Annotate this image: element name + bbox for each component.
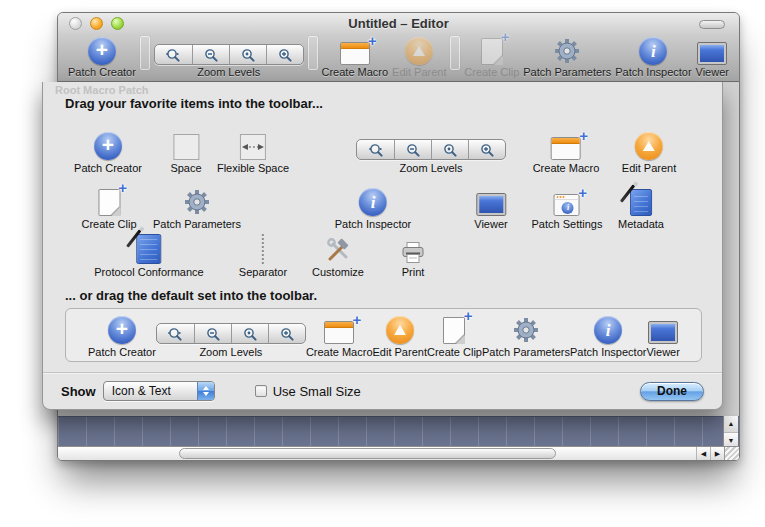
item-patch-inspector[interactable]: iPatch Inspector <box>570 312 646 358</box>
item-label: Metadata <box>618 218 664 230</box>
patch-inspector-icon: i <box>359 188 387 216</box>
page: Untitled – Editor +Patch CreatorZoom Lev… <box>0 0 765 527</box>
toolbar-item-edit-parent[interactable]: Edit Parent <box>392 37 446 78</box>
zoom-out-segment[interactable] <box>194 324 231 343</box>
toolbar-item-create-clip[interactable]: +Create Clip <box>464 38 519 78</box>
item-zoom-levels[interactable]: Zoom Levels <box>156 312 306 358</box>
h-scroll-thumb[interactable] <box>179 448 556 459</box>
create-macro-icon: + <box>340 42 370 65</box>
item-create-clip[interactable]: +Create Clip <box>81 178 136 230</box>
show-popup[interactable]: Icon & Text <box>103 381 215 401</box>
zoom-fit-segment[interactable] <box>155 45 192 64</box>
window-title: Untitled – Editor <box>58 16 739 31</box>
up-arrow-icon <box>203 386 209 390</box>
patch-creator-icon: + <box>88 37 116 65</box>
item-create-macro[interactable]: +Create Macro <box>306 312 373 358</box>
zoom-in-segment[interactable] <box>268 324 305 343</box>
h-scroll-buttons: ◀ ▶ <box>696 447 724 460</box>
toolbar-item-patch-inspector[interactable]: iPatch Inspector <box>615 37 691 78</box>
zoom-actual-segment[interactable] <box>229 45 266 64</box>
space-icon <box>173 134 199 160</box>
item-print[interactable]: Print <box>400 226 426 278</box>
sheet-footer: Show Icon & Text Use Small Size Done <box>43 373 722 409</box>
item-create-clip[interactable]: +Create Clip <box>427 312 482 358</box>
create-macro-icon: + <box>324 321 354 344</box>
zoom-actual-segment[interactable] <box>431 140 468 159</box>
zoom-actual-segment[interactable] <box>231 324 268 343</box>
item-viewer[interactable]: Viewer <box>474 178 507 230</box>
item-label: Viewer <box>696 66 729 78</box>
item-create-macro[interactable]: +Create Macro <box>533 122 600 174</box>
small-size-checkbox[interactable] <box>255 385 267 397</box>
item-label: Customize <box>312 266 364 278</box>
item-label: Edit Parent <box>392 66 446 78</box>
separator-icon <box>262 234 264 264</box>
patch-parameters-icon <box>183 188 211 216</box>
horizontal-scrollbar[interactable]: ◀ ▶ <box>58 446 739 460</box>
toolbar-item-patch-parameters[interactable]: Patch Parameters <box>523 37 611 78</box>
done-button[interactable]: Done <box>640 382 704 401</box>
resize-grip[interactable] <box>724 447 739 460</box>
scroll-left-button[interactable]: ◀ <box>696 447 710 460</box>
zoom-in-segment[interactable] <box>266 45 303 64</box>
item-patch-creator[interactable]: +Patch Creator <box>88 312 156 358</box>
zoom-in-segment[interactable] <box>468 140 505 159</box>
item-separator[interactable]: Separator <box>239 226 287 278</box>
patch-inspector-icon: i <box>639 37 667 65</box>
print-icon <box>400 241 426 264</box>
create-clip-icon: + <box>98 189 120 216</box>
popup-value: Icon & Text <box>112 384 171 398</box>
toolbar-item-viewer[interactable]: Viewer <box>696 42 729 78</box>
toolbar-pill-button[interactable] <box>699 20 725 29</box>
zoom-fit-segment[interactable] <box>157 324 194 343</box>
item-label: Create Macro <box>533 162 600 174</box>
item-label: Print <box>402 266 425 278</box>
zoom-out-segment[interactable] <box>192 45 229 64</box>
viewer-icon <box>648 321 678 344</box>
patch-settings-icon: i+ <box>554 194 580 216</box>
item-label: Create Macro <box>322 66 389 78</box>
editor-canvas <box>58 416 739 448</box>
sheet-heading: Drag your favorite items into the toolba… <box>65 96 323 111</box>
item-zoom-levels[interactable]: Zoom Levels <box>356 122 506 174</box>
item-label: Edit Parent <box>373 346 427 358</box>
item-edit-parent[interactable]: Edit Parent <box>622 122 676 174</box>
viewer-icon <box>697 42 727 65</box>
item-label: Flexible Space <box>217 162 289 174</box>
edit-parent-icon <box>635 132 663 160</box>
scroll-right-button[interactable]: ▶ <box>710 447 724 460</box>
default-set-heading: ... or drag the default set into the too… <box>65 288 317 303</box>
item-label: Zoom Levels <box>199 346 262 358</box>
item-label: Space <box>170 162 201 174</box>
scroll-up-button[interactable]: ▲ <box>724 416 738 432</box>
item-patch-inspector[interactable]: iPatch Inspector <box>335 178 411 230</box>
item-space[interactable]: Space <box>170 122 201 174</box>
item-label: Edit Parent <box>622 162 676 174</box>
toolbar-space-placeholder <box>308 36 318 70</box>
zoom-fit-segment[interactable] <box>357 140 394 159</box>
item-viewer[interactable]: Viewer <box>646 312 679 358</box>
item-customize[interactable]: Customize <box>312 226 364 278</box>
item-patch-parameters[interactable]: Patch Parameters <box>482 312 570 358</box>
vertical-scrollbar[interactable]: ▲ ▼ <box>723 416 738 448</box>
toolbar-item-patch-creator[interactable]: +Patch Creator <box>68 37 136 78</box>
toolbar-item-zoom-levels[interactable]: Zoom Levels <box>154 44 304 78</box>
item-patch-settings[interactable]: i+Patch Settings <box>532 178 603 230</box>
item-flexible-space[interactable]: Flexible Space <box>217 122 289 174</box>
patch-inspector-icon: i <box>594 316 622 344</box>
toolbar-item-create-macro[interactable]: +Create Macro <box>322 42 389 78</box>
create-macro-icon: + <box>551 137 581 160</box>
item-edit-parent[interactable]: Edit Parent <box>373 312 427 358</box>
item-label: Patch Inspector <box>615 66 691 78</box>
zoom-out-segment[interactable] <box>394 140 431 159</box>
item-patch-creator[interactable]: +Patch Creator <box>74 122 142 174</box>
item-metadata[interactable]: Metadata <box>618 178 664 230</box>
item-label: Zoom Levels <box>197 66 260 78</box>
customize-toolbar-sheet: Root Macro Patch Drag your favorite item… <box>42 82 723 410</box>
item-label: Create Macro <box>306 346 373 358</box>
edit-parent-icon <box>386 316 414 344</box>
item-protocol-conformance[interactable]: Protocol Conformance <box>94 226 203 278</box>
item-label: Viewer <box>646 346 679 358</box>
titlebar[interactable]: Untitled – Editor <box>58 13 739 35</box>
item-patch-parameters[interactable]: Patch Parameters <box>153 178 241 230</box>
